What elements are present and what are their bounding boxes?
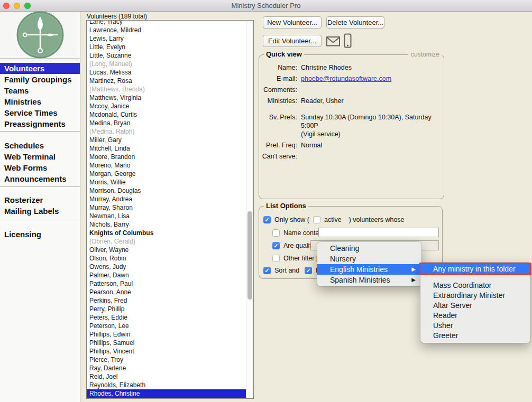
active-label: active xyxy=(324,216,342,223)
active-checkbox[interactable] xyxy=(313,216,320,223)
customize-link[interactable]: customize xyxy=(408,51,442,58)
volunteer-list-scrollbar[interactable] xyxy=(246,21,253,398)
sidebar-item-announcements[interactable]: Announcements xyxy=(0,173,80,184)
sort-checkbox[interactable] xyxy=(263,267,271,274)
volunteer-row[interactable]: Pearson, Anne xyxy=(87,288,246,296)
quick-view-legend: Quick view xyxy=(264,50,304,58)
volunteer-row[interactable]: (Matthews, Brenda) xyxy=(87,85,246,94)
delete-volunteer-button[interactable]: Delete Volunteer... xyxy=(326,16,384,29)
volunteer-row[interactable]: Lucas, Melissa xyxy=(87,68,246,77)
volunteer-row[interactable]: Mitchell, Linda xyxy=(87,144,246,153)
menu-item-english-ministries[interactable]: English Ministries▶ xyxy=(317,264,421,275)
volunteer-row[interactable]: Morris, Willie xyxy=(87,178,246,186)
menu-item-extraordinary-minister[interactable]: Extraordinary Minister xyxy=(420,291,530,301)
volunteer-row[interactable]: Oliver, Wayne xyxy=(87,246,246,254)
volunteer-row[interactable]: Mcdonald, Curtis xyxy=(87,110,246,119)
volunteer-row[interactable]: Reid, Joel xyxy=(87,372,246,381)
volunteer-row[interactable]: Phillips, Edwin xyxy=(87,330,246,339)
volunteer-row[interactable]: Pierce, Troy xyxy=(87,356,246,364)
sidebar-item-schedules[interactable]: Schedules xyxy=(0,140,80,151)
volunteer-row[interactable]: Knights of Columbus xyxy=(87,229,246,237)
ministry-context-menu: CleaningNurseryEnglish Ministries▶Spanis… xyxy=(317,242,421,286)
quick-view-panel: Quick view customize Name:Christine Rhod… xyxy=(259,54,444,199)
other-filter-checkbox[interactable] xyxy=(272,255,280,262)
are-qualified-checkbox[interactable] xyxy=(272,242,280,249)
email-link[interactable]: phoebe@rotundasoftware.com xyxy=(301,75,391,82)
volunteer-row[interactable]: Moore, Brandon xyxy=(87,153,246,161)
volunteer-row[interactable]: (Obrien, Gerald) xyxy=(87,237,246,246)
menu-item-cleaning[interactable]: Cleaning xyxy=(317,243,421,254)
name-contains-checkbox[interactable] xyxy=(272,229,280,237)
sidebar-item-volunteers[interactable]: Volunteers xyxy=(0,63,80,74)
volunteer-row[interactable]: Rhodes, Christine xyxy=(87,389,246,398)
volunteer-row[interactable]: (Medina, Ralph) xyxy=(87,127,246,136)
volunteer-row[interactable]: Miller, Gary xyxy=(87,136,246,144)
field-label: Can't serve: xyxy=(259,152,297,161)
volunteer-row[interactable]: Murray, Sharon xyxy=(87,203,246,212)
mobile-phone-icon[interactable] xyxy=(343,33,352,50)
volunteer-row[interactable]: Peterson, Lee xyxy=(87,322,246,330)
volunteer-row[interactable]: Reynolds, Elizabeth xyxy=(87,381,246,389)
volunteer-row[interactable]: Mccoy, Janice xyxy=(87,102,246,110)
volunteer-row[interactable]: Newman, Lisa xyxy=(87,212,246,220)
volunteer-row[interactable]: Ray, Darlene xyxy=(87,364,246,372)
volunteer-row[interactable]: Morgan, George xyxy=(87,170,246,178)
titlebar: Ministry Scheduler Pro xyxy=(0,0,532,12)
volunteer-row[interactable]: Lewis, Larry xyxy=(87,34,246,43)
volunteer-row[interactable]: Palmer, Dawn xyxy=(87,271,246,279)
volunteer-row[interactable]: Morrison, Douglas xyxy=(87,186,246,195)
volunteer-row[interactable]: Little, Evelyn xyxy=(87,43,246,51)
volunteer-row[interactable]: Lane, Tracy xyxy=(87,20,246,26)
field-value: Sunday 10:30A (Domingo 10:30A), Saturday… xyxy=(301,113,441,138)
volunteer-row[interactable]: Nichols, Barry xyxy=(87,220,246,229)
menu-item-altar-server[interactable]: Altar Server xyxy=(420,301,530,311)
quick-view-rows: Name:Christine RhodesE-mail:phoebe@rotun… xyxy=(259,63,441,163)
volunteer-row[interactable]: Peters, Eddie xyxy=(87,313,246,322)
menu-item-greeter[interactable]: Greeter xyxy=(420,331,530,341)
sidebar-item-web-forms[interactable]: Web Forms xyxy=(0,162,80,173)
volunteer-row[interactable]: Little, Suzanne xyxy=(87,51,246,60)
menu-item-any-ministry-in-this-folder[interactable]: Any ministry in this folder xyxy=(420,264,530,274)
volunteer-row[interactable]: Murray, Andrea xyxy=(87,195,246,203)
quick-view-row: E-mail:phoebe@rotundasoftware.com xyxy=(259,74,441,83)
volunteer-row[interactable]: Olson, Robin xyxy=(87,254,246,263)
new-volunteer-button[interactable]: New Volunteer... xyxy=(263,16,322,29)
edit-volunteer-button[interactable]: Edit Volunteer... xyxy=(263,35,322,47)
sidebar-item-preassignments[interactable]: Preassignments xyxy=(0,118,80,129)
sidebar-item-rosterizer[interactable]: Rosterizer xyxy=(0,194,80,205)
sidebar-item-mailing-labels[interactable]: Mailing Labels xyxy=(0,205,80,217)
volunteer-row[interactable]: Lawrence, Mildred xyxy=(87,26,246,34)
sidebar-item-teams[interactable]: Teams xyxy=(0,85,80,96)
volunteer-row[interactable]: (Long, Manuel) xyxy=(87,60,246,68)
scrollbar-thumb[interactable] xyxy=(247,211,252,300)
volunteer-row[interactable]: Owens, Judy xyxy=(87,263,246,271)
sidebar-item-service-times[interactable]: Service Times xyxy=(0,107,80,118)
volunteer-row[interactable]: Phillips, Samuel xyxy=(87,339,246,347)
only-show-checkbox[interactable] xyxy=(263,216,271,223)
field-label: Ministries: xyxy=(259,97,297,105)
sidebar-item-web-terminal[interactable]: Web Terminal xyxy=(0,151,80,162)
sidebar-group: VolunteersFamily GroupingsTeamsMinistrie… xyxy=(0,59,80,132)
menu-separator xyxy=(420,274,530,281)
volunteer-row[interactable]: Medina, Bryan xyxy=(87,119,246,127)
menu-item-usher[interactable]: Usher xyxy=(420,321,530,331)
volunteer-row[interactable]: Matthews, Virginia xyxy=(87,94,246,102)
sidebar-item-licensing[interactable]: Licensing xyxy=(0,229,80,240)
volunteer-row[interactable]: Phillips, Vincent xyxy=(87,347,246,356)
name-contains-input[interactable] xyxy=(318,228,439,237)
volunteer-row[interactable]: Martinez, Rosa xyxy=(87,77,246,85)
menu-item-spanish-ministries[interactable]: Spanish Ministries▶ xyxy=(317,275,421,285)
volunteer-row[interactable]: Perry, Phillip xyxy=(87,305,246,313)
field-label: E-mail: xyxy=(259,74,297,83)
volunteer-row[interactable]: Moreno, Mario xyxy=(87,161,246,170)
menu-item-mass-coordinator[interactable]: Mass Coordinator xyxy=(420,281,530,291)
volunteer-row[interactable]: Perkins, Fred xyxy=(87,296,246,305)
sidebar-item-ministries[interactable]: Ministries xyxy=(0,96,80,107)
sidebar-item-family-groupings[interactable]: Family Groupings xyxy=(0,74,80,85)
window-title: Ministry Scheduler Pro xyxy=(0,2,532,10)
list-checkbox[interactable] xyxy=(305,267,312,274)
email-icon[interactable] xyxy=(326,35,341,49)
menu-item-nursery[interactable]: Nursery xyxy=(317,254,421,264)
menu-item-reader[interactable]: Reader xyxy=(420,311,530,321)
volunteer-row[interactable]: Patterson, Paul xyxy=(87,279,246,288)
